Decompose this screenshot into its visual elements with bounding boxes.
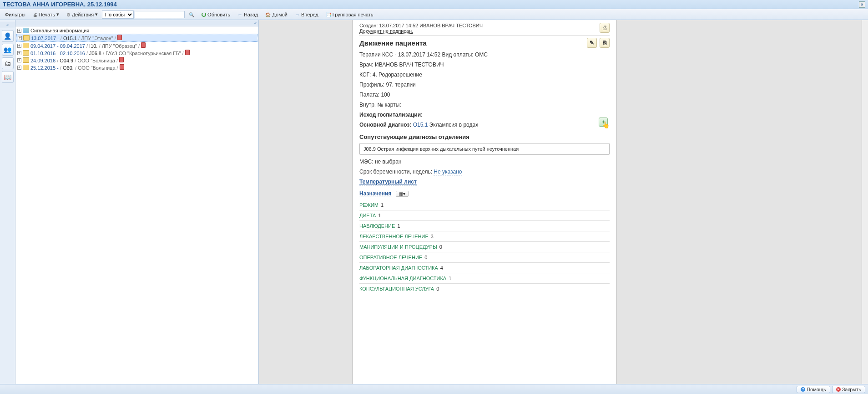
presc-link[interactable]: ЛАБОРАТОРНАЯ ДИАГНОСТИКА [359, 265, 438, 271]
presc-link[interactable]: МАНИПУЛЯЦИИ И ПРОЦЕДУРЫ [359, 244, 437, 250]
rail-book-button[interactable]: 📖 [2, 71, 14, 83]
search-button[interactable] [186, 10, 197, 19]
presc-link[interactable]: ОПЕРАТИВНОЕ ЛЕЧЕНИЕ [359, 255, 422, 260]
event-tree[interactable]: + Сигнальная информация +13.07.2017 - / … [15, 26, 258, 384]
tree-row[interactable]: +24.09.2016 / O04.9 / ООО "Больница / [16, 56, 257, 64]
close-button[interactable]: ×Закрыть [832, 386, 865, 393]
presc-view-toggle[interactable]: ▦▾ [396, 191, 409, 197]
search-input[interactable] [135, 11, 185, 18]
temp-sheet-link[interactable]: Температурный лист [359, 179, 417, 185]
middle-empty-pane [259, 20, 353, 384]
comorbid-item[interactable]: J06.9 Острая инфекция верхних дыхательны… [359, 143, 610, 155]
tree-row[interactable]: +01.10.2016 - 02.10.2016 / J06.8 / ГАУЗ … [16, 49, 257, 56]
prescription-item[interactable]: РЕЖИМ 1 [359, 200, 610, 210]
home-icon [265, 12, 271, 17]
content-pane: Создан: 13.07.2017 14:52 ИВАНОВ ВРАЧ ТЕС… [353, 20, 868, 384]
rail-collapse[interactable]: « [0, 22, 15, 28]
doc-icon [117, 35, 122, 40]
forward-button[interactable]: Вперед [292, 10, 322, 19]
expand-icon[interactable]: + [17, 51, 21, 55]
help-icon: ? [801, 387, 805, 392]
presc-link[interactable]: КОНСУЛЬТАЦИОННАЯ УСЛУГА [359, 286, 434, 292]
group-print-button[interactable]: Групповая печать [323, 10, 377, 19]
doc-heading: Движение пациента [359, 39, 427, 47]
rail-group-button[interactable]: 👥 [2, 44, 14, 56]
folder-icon [23, 65, 29, 70]
tree-collapse[interactable]: « [15, 20, 258, 26]
presc-link[interactable]: РЕЖИМ [359, 202, 378, 208]
presc-link[interactable]: ЛЕКАРСТВЕННОЕ ЛЕЧЕНИЕ [359, 234, 429, 239]
prescriptions-link[interactable]: Назначения [359, 190, 391, 197]
folder-icon [23, 57, 29, 63]
tree-row[interactable]: +13.07.2017 - / O15.1 / ЛПУ "Эталон" / [16, 34, 257, 42]
presc-link[interactable]: ДИЕТА [359, 213, 376, 218]
actions-button[interactable]: Действия▾ [63, 10, 101, 19]
doctor-field: Врач: ИВАНОВ ВРАЧ ТЕСТОВИЧ [359, 61, 610, 68]
dept-line: Терапии КСС - 13.07.2017 14:52 Вид оплат… [359, 51, 610, 58]
main-toolbar: Фильтры Печать▾ Действия▾ По событиям Об… [0, 9, 868, 20]
filters-button[interactable]: Фильтры [2, 10, 29, 19]
refresh-icon [202, 12, 206, 17]
tree-pane: « + Сигнальная информация +13.07.2017 - … [15, 20, 259, 384]
folder-icon [23, 43, 29, 48]
main-diag-field: Основной диагноз: O15.1 Эклампсия в рода… [359, 122, 610, 128]
window-title-bar: ТЕСТОВА АННА ИГОРЕВНА, 25.12.1994 × [0, 0, 868, 9]
back-button[interactable]: Назад [234, 10, 262, 19]
folder-icon [23, 35, 30, 41]
document-panel: Создан: 13.07.2017 14:52 ИВАНОВ ВРАЧ ТЕС… [353, 20, 616, 384]
back-icon [237, 12, 242, 17]
prescription-item[interactable]: ФУНКЦИОНАЛЬНАЯ ДИАГНОСТИКА 1 [359, 273, 610, 284]
comorbid-section: Сопутствующие диагнозы отделения [359, 133, 610, 140]
forward-icon [295, 12, 300, 17]
folder-icon [23, 50, 29, 56]
home-button[interactable]: Домой [262, 10, 291, 19]
tree-row[interactable]: +25.12.2015 - / O60. / ООО "Больница / [16, 64, 257, 71]
prescription-item[interactable]: НАБЛЮДЕНИЕ 1 [359, 221, 610, 231]
cursor-hand-icon: 👆 [602, 121, 610, 128]
prescription-item[interactable]: ДИЕТА 1 [359, 210, 610, 221]
prescription-item[interactable]: ЛЕКАРСТВЕННОЕ ЛЕЧЕНИЕ 3 [359, 231, 610, 242]
tree-row-signal[interactable]: + Сигнальная информация [16, 27, 257, 34]
doc-icon [141, 42, 146, 48]
preg-undef-link[interactable]: Не указано [434, 169, 462, 175]
print-doc-button[interactable]: 🖨 [600, 23, 610, 33]
tree-row[interactable]: +09.04.2017 - 09.04.2017 / I10. / ЛПУ "О… [16, 42, 257, 49]
prescription-item[interactable]: МАНИПУЛЯЦИИ И ПРОЦЕДУРЫ 0 [359, 242, 610, 252]
unsigned-label: Документ не подписан. [359, 28, 413, 34]
card-field: Внутр. № карты: [359, 102, 610, 108]
outcome-field: Исход госпитализации: [359, 112, 610, 118]
ward-field: Палата: 100 [359, 92, 610, 98]
pregnancy-field: Срок беременности, недель: Не указано [359, 169, 610, 175]
expand-icon[interactable]: + [17, 44, 21, 48]
expand-icon[interactable]: + [18, 36, 22, 40]
group-print-icon [326, 12, 331, 17]
view-mode-select[interactable]: По событиям [102, 10, 134, 19]
print-icon [33, 12, 37, 17]
doc-icon [185, 50, 190, 55]
scrollbar[interactable] [862, 20, 868, 384]
folder-info-icon [23, 28, 29, 33]
expand-icon[interactable]: + [17, 66, 21, 70]
diag-code-link[interactable]: O15.1 [413, 122, 428, 128]
expand-icon[interactable]: + [17, 29, 21, 33]
expand-icon[interactable]: + [17, 58, 21, 62]
edit-button[interactable]: ✎ [587, 38, 597, 48]
help-button[interactable]: ?Помощь [797, 386, 830, 393]
side-rail: « 👤 👥 🗂 📖 [0, 20, 15, 384]
print-button[interactable]: Печать▾ [30, 10, 62, 19]
patient-title: ТЕСТОВА АННА ИГОРЕВНА, 25.12.1994 [3, 1, 117, 8]
close-icon: × [836, 387, 841, 392]
gear-icon [66, 12, 71, 17]
prescription-item[interactable]: ЛАБОРАТОРНАЯ ДИАГНОСТИКА 4 [359, 263, 610, 273]
ksg-field: КСГ: 4. Родоразрешение [359, 72, 610, 78]
prescription-item[interactable]: ОПЕРАТИВНОЕ ЛЕЧЕНИЕ 0 [359, 252, 610, 263]
action-button[interactable]: ⎘ [600, 38, 610, 48]
doc-meta: Создан: 13.07.2017 14:52 ИВАНОВ ВРАЧ ТЕС… [359, 23, 483, 34]
presc-link[interactable]: ФУНКЦИОНАЛЬНАЯ ДИАГНОСТИКА [359, 276, 446, 281]
refresh-button[interactable]: Обновить [198, 10, 233, 19]
rail-patient-button[interactable]: 👤 [2, 30, 14, 42]
window-close-icon[interactable]: × [859, 1, 865, 8]
prescription-item[interactable]: КОНСУЛЬТАЦИОННАЯ УСЛУГА 0 [359, 284, 610, 294]
presc-link[interactable]: НАБЛЮДЕНИЕ [359, 223, 395, 229]
rail-card-button[interactable]: 🗂 [2, 57, 14, 69]
